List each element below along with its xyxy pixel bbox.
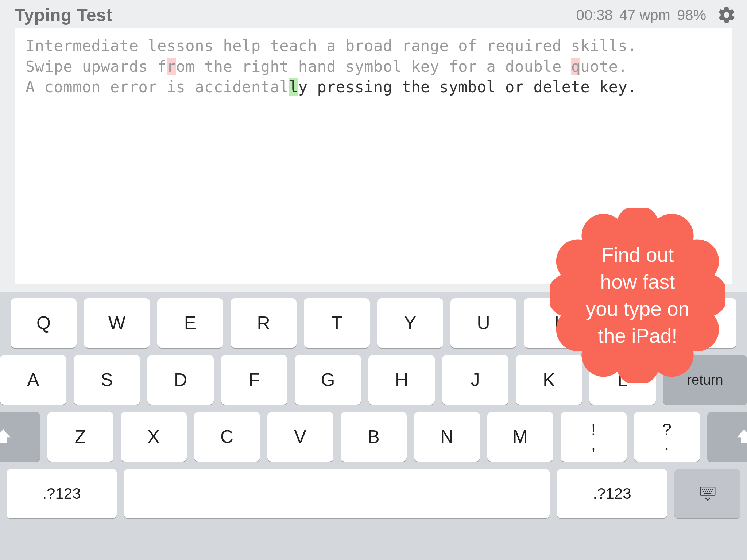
- wpm-value: 47 wpm: [619, 7, 670, 23]
- error-char: q: [571, 58, 581, 75]
- key-d[interactable]: D: [147, 355, 214, 405]
- gear-icon[interactable]: [717, 5, 736, 24]
- key-main-label: ,: [591, 436, 596, 452]
- key-dismiss-keyboard[interactable]: [674, 469, 740, 518]
- error-char: r: [167, 58, 176, 75]
- svg-rect-6: [712, 489, 713, 490]
- key-c[interactable]: C: [194, 412, 260, 462]
- svg-rect-4: [708, 489, 709, 490]
- key-row-3: Z X C V B N M ! , ? .: [0, 412, 747, 462]
- key-row-4: .?123 .?123: [0, 469, 747, 518]
- key-shift-right[interactable]: [707, 412, 747, 462]
- key-numbers-left[interactable]: .?123: [7, 469, 117, 518]
- key-main-label: .: [665, 436, 669, 452]
- untyped-text: y pressing the symbol or delete key.: [298, 78, 637, 96]
- svg-rect-7: [703, 491, 704, 492]
- key-u[interactable]: U: [450, 298, 516, 348]
- key-shift-left[interactable]: [0, 412, 40, 462]
- svg-rect-5: [710, 489, 711, 490]
- svg-rect-3: [706, 489, 707, 490]
- typed-text: Swipe upwards f: [26, 58, 167, 75]
- key-b[interactable]: B: [341, 412, 407, 462]
- key-t[interactable]: T: [304, 298, 370, 348]
- key-g[interactable]: G: [295, 355, 361, 405]
- key-a[interactable]: A: [0, 355, 66, 405]
- typed-text: uote.: [580, 58, 627, 75]
- promo-line: how fast: [586, 268, 689, 295]
- typed-text: om the right hand symbol key for a doubl…: [176, 58, 571, 75]
- promo-line: you type on: [586, 295, 689, 322]
- header: Typing Test 00:38 47 wpm 98%: [0, 0, 747, 28]
- key-v[interactable]: V: [267, 412, 333, 462]
- typed-text: A common error is accidental: [26, 78, 289, 96]
- svg-rect-9: [707, 491, 708, 492]
- key-r[interactable]: R: [231, 298, 297, 348]
- svg-rect-2: [704, 489, 705, 490]
- promo-line: Find out: [586, 241, 689, 268]
- key-y[interactable]: Y: [377, 298, 443, 348]
- key-h[interactable]: H: [368, 355, 435, 405]
- key-numbers-right[interactable]: .?123: [557, 469, 667, 518]
- key-w[interactable]: W: [84, 298, 150, 348]
- key-j[interactable]: J: [442, 355, 508, 405]
- key-space[interactable]: [124, 469, 550, 518]
- promo-line: the iPad!: [586, 322, 689, 349]
- key-period[interactable]: ? .: [634, 412, 700, 462]
- key-e[interactable]: E: [157, 298, 223, 348]
- key-comma[interactable]: ! ,: [561, 412, 627, 462]
- app-title: Typing Test: [15, 5, 576, 25]
- promo-text: Find out how fast you type on the iPad!: [586, 241, 689, 350]
- caret-char: l: [289, 78, 298, 96]
- svg-rect-8: [705, 491, 706, 492]
- accuracy-value: 98%: [677, 7, 706, 23]
- key-s[interactable]: S: [74, 355, 140, 405]
- stats-bar: 00:38 47 wpm 98%: [576, 5, 736, 24]
- svg-rect-12: [704, 493, 711, 494]
- key-q[interactable]: Q: [11, 298, 77, 348]
- promo-badge: Find out how fast you type on the iPad!: [550, 208, 725, 383]
- key-x[interactable]: X: [121, 412, 187, 462]
- key-z[interactable]: Z: [47, 412, 113, 462]
- svg-rect-11: [711, 491, 712, 492]
- svg-rect-1: [702, 489, 703, 490]
- key-f[interactable]: F: [221, 355, 287, 405]
- typed-text: Intermediate lessons help teach a broad …: [26, 37, 637, 55]
- timer: 00:38: [576, 7, 613, 23]
- key-n[interactable]: N: [414, 412, 480, 462]
- svg-rect-10: [709, 491, 710, 492]
- key-m[interactable]: M: [487, 412, 553, 462]
